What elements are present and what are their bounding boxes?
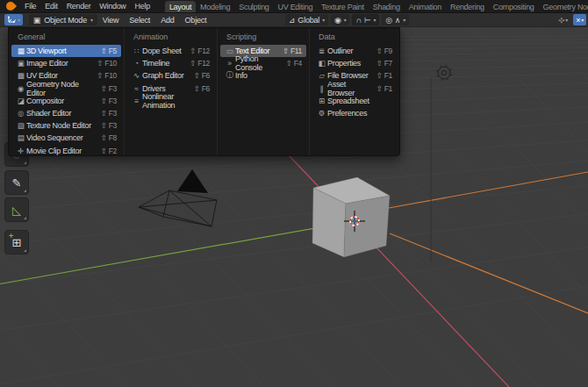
menu-column-data: Data≣Outliner⇧ F9◧Properties⇧ F7▱File Br… <box>309 28 399 155</box>
tab-uv-editing[interactable]: UV Editing <box>274 1 318 13</box>
menu-render[interactable]: Render <box>62 2 96 11</box>
menu-item-texture-node-editor[interactable]: ▨Texture Node Editor⇧ F3 <box>11 119 121 132</box>
menu-item-outliner[interactable]: ≣Outliner⇧ F9 <box>312 45 397 57</box>
menu-item-label: Python Console <box>235 54 283 72</box>
editor-image-icon: ▣ <box>15 59 26 68</box>
menu-item-label: Timeline <box>142 59 187 68</box>
menu-item-spreadsheet[interactable]: ⊞Spreadsheet <box>312 95 397 107</box>
tab-sculpting[interactable]: Sculpting <box>234 1 273 13</box>
toolbar-annotate-tool-button[interactable]: ✎ <box>4 170 29 195</box>
menu-item-label: Preferences <box>327 109 390 118</box>
menu-item-shortcut: ⇧ F10 <box>97 71 117 80</box>
blender-window: FileEditRenderWindowHelp LayoutModelingS… <box>0 0 588 387</box>
menu-item-python-console[interactable]: »Python Console⇧ F4 <box>220 57 306 69</box>
mode-dropdown[interactable]: ▣ Object Mode ▾ <box>29 14 97 25</box>
menu-column-animation: Animation∷Dope Sheet⇧ F12◔Timeline⇧ F12∿… <box>124 28 217 155</box>
chevron-down-icon: ▾ <box>581 17 584 23</box>
vmenu-select[interactable]: Select <box>124 16 155 25</box>
menu-item-3d-viewport[interactable]: ▦3D Viewport⇧ F5 <box>11 45 121 57</box>
menu-item-compositor[interactable]: ◪Compositor⇧ F3 <box>11 95 121 107</box>
menu-item-shortcut: ⇧ F3 <box>101 121 117 130</box>
header-right-cluster: ⊹ ▾ × ▾ <box>556 13 586 27</box>
menu-item-geometry-node-editor[interactable]: ◉Geometry Node Editor⇧ F3 <box>11 82 121 95</box>
menu-item-video-sequencer[interactable]: ▤Video Sequencer⇧ F8 <box>11 132 121 144</box>
editor-info-icon: ⓘ <box>224 70 235 81</box>
menu-item-dope-sheet[interactable]: ∷Dope Sheet⇧ F12 <box>127 45 214 57</box>
menu-item-label: Asset Browser <box>327 80 374 97</box>
menu-item-shader-editor[interactable]: ◎Shader Editor⇧ F3 <box>11 107 121 119</box>
toolbar-measure-tool-button[interactable]: ◺ <box>4 197 29 222</box>
menu-item-label: Properties <box>327 59 374 68</box>
blender-logo-icon[interactable] <box>4 0 17 12</box>
tab-animation[interactable]: Animation <box>405 1 446 13</box>
menu-item-info[interactable]: ⓘInfo <box>220 69 306 82</box>
menu-item-properties[interactable]: ◧Properties⇧ F7 <box>312 57 397 69</box>
menu-item-timeline[interactable]: ◔Timeline⇧ F12 <box>127 57 214 69</box>
vheader-menus: ViewSelectAddObject <box>97 16 212 25</box>
plus-icon: + <box>9 232 13 240</box>
vmenu-view[interactable]: View <box>97 16 125 25</box>
tab-layout[interactable]: Layout <box>165 1 196 13</box>
tab-rendering[interactable]: Rendering <box>446 1 489 13</box>
snapping-group: ∩ ⊢ ▾ <box>352 14 379 25</box>
falloff-curve-icon[interactable]: ∧ <box>395 16 400 25</box>
tab-geometry-nodes[interactable]: Geometry Nodes <box>539 1 588 13</box>
editor-dope-sheet-icon: ∷ <box>131 47 142 55</box>
show-gizmo-button[interactable]: ⊹ ▾ <box>556 14 570 25</box>
mode-label: Object Mode <box>44 16 87 25</box>
menu-item-graph-editor[interactable]: ∿Graph Editor⇧ F6 <box>127 69 214 82</box>
chevron-down-icon: ▾ <box>565 17 568 23</box>
menu-item-shortcut: ⇧ F6 <box>194 71 210 80</box>
menu-item-shortcut: ⇧ F4 <box>286 59 302 68</box>
menu-item-image-editor[interactable]: ▣Image Editor⇧ F10 <box>11 57 121 69</box>
editor-geometry-nodes-icon: ◉ <box>15 84 26 93</box>
editor-text-icon: ▭ <box>224 47 235 55</box>
menu-window[interactable]: Window <box>95 2 130 11</box>
menu-item-shortcut: ⇧ F12 <box>190 47 210 55</box>
editor-video-sequencer-icon: ▤ <box>15 133 26 142</box>
menu-file[interactable]: File <box>20 2 40 11</box>
vmenu-object[interactable]: Object <box>180 16 212 25</box>
snap-target-icon[interactable]: ⊢ <box>364 16 371 25</box>
menu-item-movie-clip-editor[interactable]: ✛Movie Clip Editor⇧ F2 <box>11 145 121 157</box>
menu-item-label: Info <box>235 71 299 80</box>
proportional-editing-icon[interactable]: ◎ <box>385 16 392 25</box>
menu-item-asset-browser[interactable]: ∥Asset Browser⇧ F1 <box>312 82 397 95</box>
menu-item-label: Outliner <box>327 47 374 55</box>
orientation-icon: ⊿ <box>289 16 295 25</box>
tab-shading[interactable]: Shading <box>369 1 405 13</box>
editor-graph-icon: ∿ <box>131 71 142 80</box>
menu-item-shortcut: ⇧ F8 <box>101 133 117 142</box>
toolbar-add-cube-tool-button[interactable]: ⊞+ <box>4 230 29 254</box>
menu-item-label: Geometry Node Editor <box>26 80 98 97</box>
menu-item-label: Texture Node Editor <box>26 121 98 130</box>
cube-object[interactable] <box>312 177 390 257</box>
editor-python-console-icon: » <box>224 59 235 68</box>
editor-texture-nodes-icon: ▨ <box>15 121 26 130</box>
pivot-dropdown[interactable]: ◉ ▾ <box>331 14 349 25</box>
menu-item-shortcut: ⇧ F5 <box>101 47 117 55</box>
menu-item-label: Shader Editor <box>26 109 98 118</box>
show-overlays-button[interactable]: × ▾ <box>573 14 586 25</box>
menu-help[interactable]: Help <box>131 2 154 11</box>
tab-compositing[interactable]: Compositing <box>489 1 539 13</box>
snap-magnet-icon[interactable]: ∩ <box>355 16 361 25</box>
menu-item-preferences[interactable]: ⚙Preferences <box>312 107 397 119</box>
editor-type-button[interactable]: ▾ <box>4 14 23 25</box>
tab-texture-paint[interactable]: Texture Paint <box>317 1 369 13</box>
chevron-down-icon: ▾ <box>373 17 376 23</box>
menu-edit[interactable]: Edit <box>40 2 61 11</box>
menu-item-shortcut: ⇧ F10 <box>97 59 117 68</box>
proportional-editing-group: ◎ ∧ ▾ <box>382 14 409 25</box>
tab-modeling[interactable]: Modeling <box>196 1 234 13</box>
orientation-dropdown[interactable]: ⊿ Global ▾ <box>285 14 328 25</box>
transform-snap-cluster: ⊿ Global ▾ ◉ ▾ ∩ ⊢ ▾ ◎ ∧ ▾ <box>285 13 409 27</box>
menu-column-general: General▦3D Viewport⇧ F5▣Image Editor⇧ F1… <box>9 28 124 155</box>
menu-item-nonlinear-animation[interactable]: ≡Nonlinear Animation <box>127 95 214 107</box>
3d-viewport-icon <box>7 15 17 25</box>
editor-type-menu: General▦3D Viewport⇧ F5▣Image Editor⇧ F1… <box>8 27 400 156</box>
menu-item-shortcut: ⇧ F7 <box>376 59 392 68</box>
menu-item-shortcut: ⇧ F1 <box>376 71 392 80</box>
pivot-point-icon: ◉ <box>334 16 341 25</box>
vmenu-add[interactable]: Add <box>155 16 179 25</box>
